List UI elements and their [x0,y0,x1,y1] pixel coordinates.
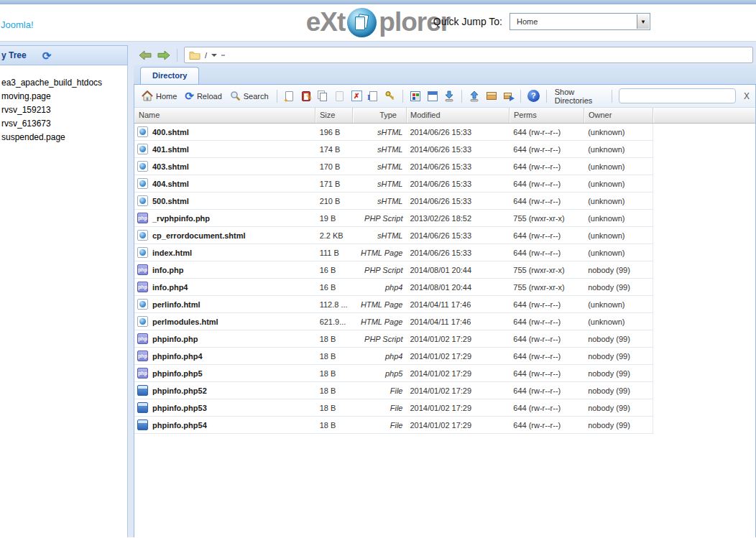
file-modified: 2014/04/11 17:46 [406,317,509,326]
rename-button[interactable] [367,89,379,103]
column-header-name[interactable]: Name [134,108,315,123]
file-size: 2.2 KB [315,231,353,240]
edit-button[interactable] [300,89,312,103]
table-row[interactable]: phpinfo.php52 18 B File 2014/01/02 17:29… [134,382,653,399]
tree-refresh-icon[interactable]: ⟳ [42,50,52,61]
file-name[interactable]: 404.shtml [152,180,189,188]
file-name[interactable]: 400.shtml [152,128,189,136]
move-button[interactable] [334,89,346,103]
column-header-size[interactable]: Size [315,108,353,123]
delete-button[interactable]: ✗ [351,89,362,103]
file-modified: 2014/01/02 17:29 [406,369,509,378]
file-name[interactable]: phpinfo.php54 [152,421,207,430]
file-size: 18 B [315,335,353,343]
toolbar-separator [520,90,521,103]
file-name[interactable]: perlinfo.html [152,300,200,309]
table-row[interactable]: perlmodules.html 621.9... HTML Page 2014… [134,313,653,330]
home-button[interactable]: Home [140,89,178,103]
file-size: 18 B [315,369,353,378]
file-size: 16 B [315,266,353,274]
file-modified: 2014/04/11 17:46 [406,300,509,309]
file-name[interactable]: perlmodules.html [152,317,218,326]
back-arrow-icon[interactable] [139,50,152,60]
file-modified: 2014/06/26 15:33 [406,231,509,240]
table-row[interactable]: 400.shtml 196 B sHTML 2014/06/26 15:33 6… [134,124,653,141]
file-perms: 644 (rw-r--r--) [509,369,584,378]
copy-button[interactable] [317,89,328,103]
table-row[interactable]: phpinfo.php53 18 B File 2014/01/02 17:29… [134,399,653,417]
upload-button[interactable] [469,89,480,103]
file-name[interactable]: 403.shtml [152,162,189,171]
file-type: sHTML [353,197,407,205]
file-name[interactable]: phpinfo.php5 [152,369,203,378]
filter-input[interactable] [619,88,736,103]
icon-view-button[interactable] [410,89,421,103]
file-type: PHP Script [353,214,407,223]
file-size: 18 B [315,386,353,395]
table-row[interactable]: perlinfo.html 112.8 ... HTML Page 2014/0… [134,296,653,313]
archive-button[interactable] [485,89,497,103]
file-perms: 644 (rw-r--r--) [509,197,584,205]
help-button[interactable]: ? [527,89,540,103]
table-row[interactable]: phpinfo.php4 18 B php4 2014/01/02 17:29 … [134,348,653,365]
quick-jump-select[interactable]: Home ▼ [510,13,650,30]
file-modified: 2014/06/26 15:33 [406,128,509,136]
file-owner: (unknown) [584,128,653,136]
file-name[interactable]: phpinfo.php [152,335,198,343]
permissions-button[interactable] [384,89,396,103]
toolbar-separator [277,90,277,103]
breadcrumb-caret-icon[interactable] [211,54,217,57]
file-name[interactable]: info.php [152,266,183,274]
table-row[interactable]: phpinfo.php 18 B PHP Script 2014/01/02 1… [134,330,653,348]
file-name[interactable]: phpinfo.php52 [152,386,207,395]
table-row[interactable]: _rvphpinfo.php 19 B PHP Script 2013/02/2… [134,210,653,227]
chevron-down-icon[interactable]: ▼ [637,14,649,29]
clear-filter-button[interactable]: X [744,91,750,101]
file-name[interactable]: phpinfo.php4 [152,352,203,361]
table-row[interactable]: 403.shtml 170 B sHTML 2014/06/26 15:33 6… [134,158,653,175]
reload-button[interactable]: ⟳ Reload [183,89,223,103]
new-file-button[interactable] [283,89,295,103]
file-perms: 644 (rw-r--r--) [509,335,584,343]
home-icon [142,91,153,101]
table-row[interactable]: info.php4 16 B php4 2014/08/01 20:44 755… [134,279,653,296]
show-directories-label: Show Directories [555,88,604,105]
column-header-owner[interactable]: Owner [584,108,653,123]
list-view-button[interactable] [426,89,438,103]
file-name[interactable]: 401.shtml [152,145,189,154]
forward-arrow-icon[interactable] [157,50,170,60]
file-name[interactable]: 500.shtml [152,197,189,205]
column-header-type[interactable]: Type [353,108,407,123]
column-header-perms[interactable]: Perms [510,108,584,123]
tab-directory[interactable]: Directory [140,67,199,84]
table-row[interactable]: 404.shtml 171 B sHTML 2014/06/26 15:33 6… [134,175,653,193]
show-directories-button[interactable]: Show Directories [553,86,605,106]
file-name[interactable]: index.html [152,249,192,257]
file-perms: 644 (rw-r--r--) [509,231,584,240]
file-type: sHTML [353,145,407,154]
table-row[interactable]: cp_errordocument.shtml 2.2 KB sHTML 2014… [134,227,653,244]
breadcrumb[interactable]: / [184,47,753,63]
table-row[interactable]: index.html 111 B HTML Page 2014/06/26 15… [134,244,653,261]
table-row[interactable]: info.php 16 B PHP Script 2014/08/01 20:4… [134,261,653,279]
extract-button[interactable] [502,89,514,103]
tree-item[interactable]: suspended.page [0,131,127,144]
table-row[interactable]: 401.shtml 174 B sHTML 2014/06/26 15:33 6… [134,141,653,158]
file-name[interactable]: phpinfo.php53 [152,404,207,412]
table-row[interactable]: 500.shtml 210 B sHTML 2014/06/26 15:33 6… [134,193,653,210]
tree-item[interactable]: moving.page [0,90,127,103]
file-size: 18 B [315,404,353,412]
search-button[interactable]: Search [229,89,270,103]
tab-strip: Directory [134,65,756,85]
file-name[interactable]: cp_errordocument.shtml [152,231,246,240]
archive-box-icon [487,92,497,100]
download-button[interactable] [443,89,455,103]
file-name[interactable]: _rvphpinfo.php [152,214,210,223]
table-row[interactable]: phpinfo.php54 18 B File 2014/01/02 17:29… [134,417,653,434]
tree-item[interactable]: rvsv_613673 [0,117,127,131]
file-name[interactable]: info.php4 [152,283,188,292]
table-row[interactable]: phpinfo.php5 18 B php5 2014/01/02 17:29 … [134,365,653,382]
column-header-modified[interactable]: Modified [407,108,510,123]
tree-item[interactable]: ea3_apache_build_htdocs [0,76,127,90]
tree-item[interactable]: rvsv_159213 [0,103,127,117]
